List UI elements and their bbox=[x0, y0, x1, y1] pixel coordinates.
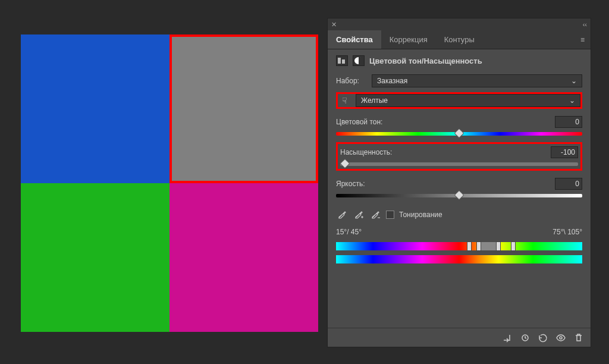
preset-value: Заказная bbox=[377, 77, 407, 85]
toggle-visibility-icon[interactable] bbox=[556, 333, 566, 343]
saturation-value-input[interactable] bbox=[551, 146, 578, 158]
hue-range-strip-top[interactable] bbox=[336, 242, 582, 250]
square-blue bbox=[21, 34, 169, 183]
close-icon[interactable]: ✕ bbox=[331, 21, 337, 29]
square-magenta bbox=[169, 183, 318, 332]
square-green bbox=[21, 183, 169, 332]
preset-select[interactable]: Заказная bbox=[372, 74, 582, 87]
channel-value: Желтые bbox=[361, 96, 388, 105]
panel-footer bbox=[328, 328, 591, 347]
colorize-checkbox[interactable] bbox=[386, 211, 394, 219]
hue-range-labels: 15°/ 45° 75°\ 105° bbox=[336, 228, 582, 236]
range-left: 15°/ 45° bbox=[336, 228, 362, 236]
lightness-label: Яркость: bbox=[336, 180, 365, 188]
range-marker-2[interactable] bbox=[476, 241, 481, 251]
clip-to-layer-icon[interactable] bbox=[503, 333, 512, 343]
layer-mask-icon bbox=[353, 55, 365, 66]
hue-label: Цветовой тон: bbox=[336, 118, 382, 126]
hue-block: Цветовой тон: bbox=[336, 116, 582, 136]
canvas-area bbox=[21, 34, 318, 332]
colorize-label: Тонирование bbox=[399, 211, 442, 219]
panel-titlebar: ✕ ‹‹ bbox=[328, 18, 591, 30]
panel-menu-icon[interactable]: ≡ bbox=[575, 36, 591, 44]
trash-icon[interactable] bbox=[574, 333, 583, 343]
range-marker-4[interactable] bbox=[511, 241, 516, 251]
channel-row-highlighted: ☟ Желтые bbox=[336, 92, 582, 109]
hue-slider[interactable] bbox=[336, 130, 582, 136]
saturation-slider[interactable] bbox=[340, 161, 578, 167]
range-marker-1[interactable] bbox=[467, 241, 472, 251]
eyedropper-row: Тонирование bbox=[336, 209, 582, 221]
range-marker-3[interactable] bbox=[496, 241, 501, 251]
adjustment-title: Цветовой тон/Насыщенность bbox=[369, 57, 482, 65]
saturation-block-highlighted: Насыщенность: bbox=[336, 142, 582, 171]
range-right: 75°\ 105° bbox=[553, 228, 582, 236]
eyedropper-subtract-icon[interactable] bbox=[369, 209, 381, 221]
adjustment-header: Цветовой тон/Насыщенность bbox=[336, 55, 582, 66]
view-previous-state-icon[interactable] bbox=[520, 333, 530, 343]
lightness-value-input[interactable] bbox=[555, 178, 582, 190]
lightness-slider[interactable] bbox=[336, 192, 582, 198]
preset-label: Набор: bbox=[336, 77, 367, 85]
tab-correction[interactable]: Коррекция bbox=[381, 30, 436, 49]
targeted-adjust-icon[interactable]: ☟ bbox=[338, 94, 351, 107]
tab-properties[interactable]: Свойства bbox=[328, 30, 381, 49]
hue-range-strip-bottom bbox=[336, 255, 582, 263]
reset-icon[interactable] bbox=[538, 333, 548, 343]
channel-select[interactable]: Желтые bbox=[356, 94, 580, 107]
panel-tabs: Свойства Коррекция Контуры ≡ bbox=[328, 30, 591, 49]
saturation-label: Насыщенность: bbox=[340, 148, 392, 156]
eyedropper-add-icon[interactable] bbox=[353, 209, 365, 221]
adjustment-type-icon bbox=[336, 55, 348, 66]
square-gray-highlighted bbox=[169, 34, 318, 183]
panel-body: Цветовой тон/Насыщенность Набор: Заказна… bbox=[328, 49, 591, 328]
hue-value-input[interactable] bbox=[555, 116, 582, 128]
properties-panel: ✕ ‹‹ Свойства Коррекция Контуры ≡ Цветов… bbox=[327, 18, 591, 347]
tab-paths[interactable]: Контуры bbox=[436, 30, 483, 49]
collapse-icon[interactable]: ‹‹ bbox=[583, 21, 587, 28]
preset-row: Набор: Заказная bbox=[336, 74, 582, 87]
svg-point-1 bbox=[560, 337, 562, 339]
lightness-block: Яркость: bbox=[336, 178, 582, 198]
eyedropper-icon[interactable] bbox=[336, 209, 348, 221]
